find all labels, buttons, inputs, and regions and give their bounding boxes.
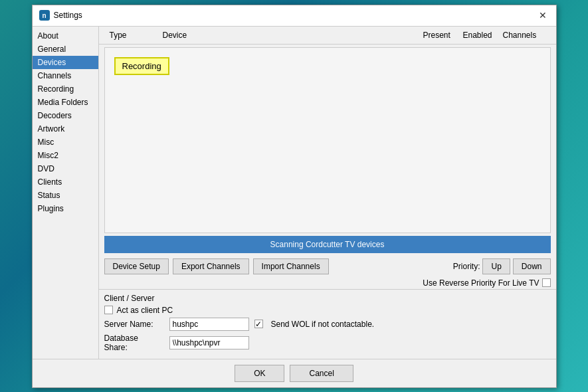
sidebar-item-media-folders[interactable]: Media Folders <box>33 96 98 109</box>
sidebar-item-misc[interactable]: Misc <box>33 136 98 149</box>
import-channels-button[interactable]: Import Channels <box>253 258 329 274</box>
sidebar: AboutGeneralDevicesChannelsRecordingMedi… <box>33 27 99 359</box>
client-server-title: Client / Server <box>104 294 551 303</box>
ok-button[interactable]: OK <box>235 365 284 382</box>
act-client-row: Act as client PC <box>104 306 551 315</box>
scanning-bar: Scanning Cordcutter TV devices <box>104 236 551 253</box>
database-share-label: Database Share: <box>104 334 164 352</box>
sidebar-item-channels[interactable]: Channels <box>33 69 98 82</box>
send-wol-checkbox[interactable]: ✓ <box>254 320 263 328</box>
server-name-row: Server Name: ✓ Send WOL if not contactab… <box>104 318 551 331</box>
sidebar-item-about[interactable]: About <box>33 29 98 43</box>
client-server-section: Client / Server Act as client PC Server … <box>99 289 556 359</box>
title-bar-left: n Settings <box>39 10 82 21</box>
server-name-label: Server Name: <box>104 320 164 329</box>
col-enabled: Enabled <box>458 29 498 41</box>
sidebar-item-misc2[interactable]: Misc2 <box>33 149 98 162</box>
col-device: Device <box>157 29 418 41</box>
app-icon: n <box>39 10 50 21</box>
main-content: Type Device Present Enabled Channels Rec… <box>99 27 556 359</box>
sidebar-item-decoders[interactable]: Decoders <box>33 109 98 122</box>
reverse-priority-row: Use Reverse Priority For Live TV <box>99 277 556 289</box>
device-button-row: Device Setup Export Channels Import Chan… <box>99 256 556 277</box>
close-button[interactable]: ✕ <box>536 9 549 22</box>
dialog-footer: OK Cancel <box>33 359 556 387</box>
table-header: Type Device Present Enabled Channels <box>99 27 556 45</box>
reverse-priority-label: Use Reverse Priority For Live TV <box>423 278 539 288</box>
sidebar-item-general[interactable]: General <box>33 43 98 56</box>
priority-down-button[interactable]: Down <box>513 258 551 274</box>
database-share-row: Database Share: <box>104 334 551 352</box>
settings-dialog: n Settings ✕ AboutGeneralDevicesChannels… <box>32 5 557 388</box>
col-type: Type <box>104 29 157 41</box>
sidebar-item-artwork[interactable]: Artwork <box>33 122 98 136</box>
priority-up-button[interactable]: Up <box>482 258 510 274</box>
dialog-body: AboutGeneralDevicesChannelsRecordingMedi… <box>33 27 556 359</box>
send-wol-label: Send WOL if not contactable. <box>271 320 375 329</box>
reverse-priority-checkbox[interactable] <box>542 278 551 287</box>
recording-tag: Recording <box>114 57 169 75</box>
cancel-button[interactable]: Cancel <box>290 365 353 382</box>
sidebar-item-recording[interactable]: Recording <box>33 82 98 96</box>
sidebar-item-plugins[interactable]: Plugins <box>33 202 98 215</box>
act-as-client-label: Act as client PC <box>117 306 173 315</box>
title-bar: n Settings ✕ <box>33 5 556 27</box>
dialog-title: Settings <box>54 11 82 20</box>
table-area: Recording <box>104 47 551 233</box>
server-name-input[interactable] <box>169 318 249 331</box>
priority-label: Priority: <box>453 262 480 271</box>
priority-section: Priority: Up Down <box>453 258 551 274</box>
sidebar-item-clients[interactable]: Clients <box>33 175 98 189</box>
database-share-input[interactable] <box>169 336 249 349</box>
col-channels: Channels <box>498 29 551 41</box>
sidebar-item-devices[interactable]: Devices <box>33 56 98 69</box>
device-setup-button[interactable]: Device Setup <box>104 258 169 274</box>
sidebar-item-status[interactable]: Status <box>33 189 98 202</box>
export-channels-button[interactable]: Export Channels <box>173 258 249 274</box>
col-present: Present <box>418 29 458 41</box>
sidebar-item-dvd[interactable]: DVD <box>33 162 98 175</box>
act-as-client-checkbox[interactable] <box>104 306 113 314</box>
